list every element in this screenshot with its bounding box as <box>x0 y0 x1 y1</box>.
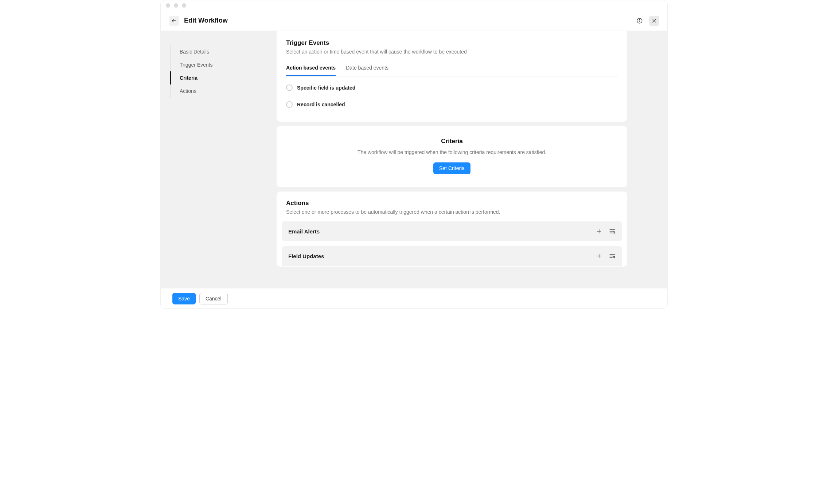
sidebar-item-label: Criteria <box>180 75 198 81</box>
arrow-left-icon <box>171 18 176 23</box>
close-icon <box>652 18 657 23</box>
trigger-option-record-cancelled[interactable]: Record is cancelled <box>286 96 618 113</box>
window-titlebar <box>161 0 667 11</box>
action-block-field-updates: Field Updates <box>282 246 622 266</box>
plus-icon <box>596 228 602 234</box>
select-existing-button[interactable] <box>609 253 616 259</box>
footer: Save Cancel <box>161 288 667 308</box>
back-button[interactable] <box>169 16 179 26</box>
list-search-icon <box>609 253 616 259</box>
criteria-card: Criteria The workflow will be triggered … <box>277 126 627 187</box>
actions-title: Actions <box>286 200 618 207</box>
trigger-option-specific-field[interactable]: Specific field is updated <box>286 79 618 96</box>
actions-card: Actions Select one or more processes to … <box>277 192 627 267</box>
sidebar-item-trigger-events[interactable]: Trigger Events <box>170 58 269 71</box>
sidebar-item-label: Basic Details <box>180 49 209 55</box>
svg-line-12 <box>614 233 615 233</box>
close-button[interactable] <box>649 16 659 26</box>
info-button[interactable] <box>634 16 645 26</box>
save-button[interactable]: Save <box>172 293 196 304</box>
tab-action-based-events[interactable]: Action based events <box>286 65 336 76</box>
radio-icon <box>286 101 293 108</box>
tab-label: Action based events <box>286 65 336 71</box>
tab-date-based-events[interactable]: Date based events <box>346 65 388 76</box>
action-block-email-alerts: Email Alerts <box>282 221 622 241</box>
app-header: Edit Workflow <box>161 11 667 31</box>
main-column: Trigger Events Select an action or time … <box>270 31 667 288</box>
action-block-title: Field Updates <box>288 253 324 259</box>
page-title: Edit Workflow <box>184 17 228 24</box>
select-existing-button[interactable] <box>609 228 616 235</box>
action-block-title: Email Alerts <box>288 228 320 235</box>
cancel-button[interactable]: Cancel <box>199 293 228 304</box>
trigger-events-title: Trigger Events <box>286 39 618 47</box>
sidebar-item-criteria[interactable]: Criteria <box>170 71 269 84</box>
sidebar-item-label: Actions <box>180 88 196 94</box>
radio-label: Specific field is updated <box>297 85 355 91</box>
window-dot-minimize[interactable] <box>174 3 178 8</box>
set-criteria-button[interactable]: Set Criteria <box>433 162 470 174</box>
add-button[interactable] <box>596 253 602 259</box>
sidebar-nav: Basic Details Trigger Events Criteria Ac… <box>170 45 270 98</box>
content-area: Basic Details Trigger Events Criteria Ac… <box>161 31 667 288</box>
trigger-options: Specific field is updated Record is canc… <box>277 76 627 122</box>
trigger-events-subtitle: Select an action or time based event tha… <box>286 49 618 55</box>
sidebar-item-basic-details[interactable]: Basic Details <box>170 45 269 58</box>
svg-point-3 <box>639 19 640 20</box>
app-window: Edit Workflow Basic Details <box>160 0 668 309</box>
svg-line-19 <box>614 258 615 258</box>
list-search-icon <box>609 228 616 235</box>
sidebar-item-actions[interactable]: Actions <box>170 84 269 98</box>
criteria-title: Criteria <box>328 138 576 145</box>
actions-subtitle: Select one or more processes to be autom… <box>286 209 618 215</box>
plus-icon <box>596 253 602 259</box>
trigger-events-card: Trigger Events Select an action or time … <box>277 31 627 122</box>
window-dot-close[interactable] <box>166 3 170 8</box>
sidebar: Basic Details Trigger Events Criteria Ac… <box>161 31 270 288</box>
criteria-description: The workflow will be triggered when the … <box>328 149 576 156</box>
info-icon <box>636 17 643 24</box>
radio-icon <box>286 84 293 91</box>
sidebar-item-label: Trigger Events <box>180 62 213 68</box>
add-button[interactable] <box>596 228 602 235</box>
window-dot-maximize[interactable] <box>182 3 186 8</box>
radio-label: Record is cancelled <box>297 102 345 107</box>
trigger-event-tabs: Action based events Date based events <box>286 65 618 76</box>
tab-label: Date based events <box>346 65 388 71</box>
